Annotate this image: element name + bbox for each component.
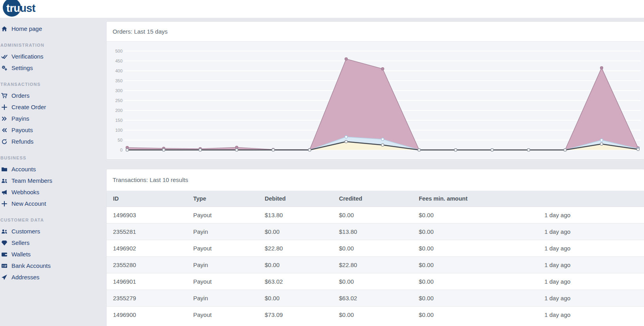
sidebar-item-team-members[interactable]: Team Members: [0, 175, 102, 186]
cell-type: Payout: [193, 245, 265, 252]
chart-point[interactable]: [126, 149, 129, 152]
cell-id: 1496903: [113, 212, 193, 218]
cell-age: 1 day ago: [544, 278, 644, 285]
orders-chart-region[interactable]: 050100150200250300350400450500: [107, 42, 644, 159]
sidebar-item-label: Verifications: [11, 53, 43, 60]
sidebar-item-settings[interactable]: Settings: [0, 62, 102, 74]
cell-fees: $0.00: [419, 212, 544, 218]
sidebar-item-payins[interactable]: Payins: [0, 113, 102, 124]
cell-id: 2355281: [113, 228, 193, 235]
angles-left-icon: [0, 127, 8, 133]
header-cell-type: Type: [193, 195, 265, 202]
sidebar-item-label: Addresses: [11, 274, 40, 281]
sidebar-section-administration: ADMINISTRATION: [0, 39, 102, 51]
sidebar-item-label: Home page: [11, 25, 42, 32]
chart-point[interactable]: [454, 149, 457, 152]
brand-logo[interactable]: truust: [3, 0, 58, 18]
chart-point[interactable]: [527, 149, 530, 152]
transactions-card: Transactions: Last 10 results IDTypeDebi…: [107, 169, 644, 326]
cell-debited: $22.80: [265, 245, 339, 252]
y-axis-tick-label: 300: [115, 88, 122, 93]
header-cell-fees-min-amount: Fees min. amount: [419, 195, 544, 202]
chart-point[interactable]: [272, 149, 275, 152]
table-row[interactable]: 2355280Payin$0.00$22.80$0.001 day ago: [107, 256, 644, 273]
table-row[interactable]: 1496902Payout$22.80$0.00$0.001 day ago: [107, 240, 644, 256]
y-axis-tick-label: 400: [115, 68, 122, 73]
paper-plane-icon: [0, 274, 8, 281]
table-row[interactable]: 1496903Payout$13.80$0.00$0.001 day ago: [107, 207, 644, 223]
sidebar: Home pageADMINISTRATIONVerificationsSett…: [0, 18, 102, 326]
chart-point[interactable]: [199, 149, 201, 152]
y-axis-tick-label: 150: [115, 118, 122, 123]
orders-card: Orders: Last 15 days 0501001502002503003…: [107, 22, 644, 159]
cell-fees: $0.00: [419, 311, 544, 318]
chart-point[interactable]: [381, 68, 384, 70]
sidebar-item-accounts[interactable]: Accounts: [0, 163, 102, 175]
y-axis-tick-label: 100: [115, 128, 122, 133]
chart-point[interactable]: [491, 149, 493, 152]
orders-chart[interactable]: 050100150200250300350400450500: [107, 42, 644, 159]
cell-id: 1496900: [113, 311, 193, 318]
cell-type: Payin: [193, 228, 265, 235]
gem-icon: [0, 240, 8, 246]
sidebar-item-create-order[interactable]: Create Order: [0, 101, 102, 113]
chart-point[interactable]: [564, 149, 567, 152]
table-row[interactable]: 2355281Payin$0.00$13.80$0.001 day ago: [107, 223, 644, 240]
brand-logo-text: truust: [6, 2, 36, 15]
chart-point[interactable]: [308, 149, 311, 152]
table-row[interactable]: 1496900Payout$73.09$0.00$0.001 day ago: [107, 306, 644, 323]
sidebar-item-wallets[interactable]: Wallets: [0, 248, 102, 260]
sidebar-item-refunds[interactable]: Refunds: [0, 136, 102, 147]
chart-point[interactable]: [637, 148, 640, 151]
sidebar-item-new-account[interactable]: New Account: [0, 198, 102, 209]
sidebar-item-label: Wallets: [11, 251, 31, 258]
chart-point[interactable]: [162, 149, 165, 152]
cell-type: Payout: [193, 311, 265, 318]
cell-credited: $0.00: [339, 311, 419, 318]
sidebar-item-addresses[interactable]: Addresses: [0, 271, 102, 283]
cell-debited: $63.02: [265, 278, 339, 285]
sidebar-item-customers[interactable]: Customers: [0, 226, 102, 237]
table-row[interactable]: 1496901Payout$63.02$0.00$0.001 day ago: [107, 273, 644, 290]
plus-icon: [0, 104, 8, 110]
sidebar-item-label: Payins: [11, 115, 29, 122]
sidebar-item-label: Orders: [11, 92, 30, 99]
series-pink: [126, 58, 640, 152]
chart-point[interactable]: [381, 144, 384, 146]
sidebar-item-bank-accounts[interactable]: Bank Accounts: [0, 260, 102, 271]
sidebar-item-label: Settings: [11, 64, 33, 71]
chart-point[interactable]: [345, 136, 348, 138]
table-row[interactable]: 2355279Payin$0.00$63.02$0.001 day ago: [107, 290, 644, 306]
sidebar-item-payouts[interactable]: Payouts: [0, 124, 102, 136]
chart-point[interactable]: [600, 139, 603, 142]
cell-type: Payout: [193, 212, 265, 218]
sidebar-item-label: Team Members: [11, 177, 52, 184]
orders-card-title: Orders: Last 15 days: [107, 22, 644, 42]
main-content: Orders: Last 15 days 0501001502002503003…: [107, 18, 644, 326]
chart-point[interactable]: [235, 149, 238, 152]
sidebar-item-label: Sellers: [11, 239, 30, 246]
chart-point[interactable]: [345, 58, 348, 61]
cell-type: Payin: [193, 262, 265, 268]
sidebar-item-orders[interactable]: Orders: [0, 90, 102, 101]
chart-point[interactable]: [235, 146, 238, 149]
cell-debited: $13.80: [265, 212, 339, 218]
sidebar-item-sellers[interactable]: Sellers: [0, 237, 102, 248]
chart-point[interactable]: [600, 66, 603, 69]
id-card-icon: [0, 263, 8, 269]
cell-id: 2355280: [113, 262, 193, 268]
sidebar-item-home-page[interactable]: Home page: [0, 23, 102, 34]
chart-point[interactable]: [418, 149, 421, 152]
cell-id: 1496902: [113, 245, 193, 252]
chart-point[interactable]: [600, 143, 603, 146]
home-icon: [0, 26, 8, 32]
sidebar-item-webhooks[interactable]: Webhooks: [0, 186, 102, 198]
chart-point[interactable]: [381, 138, 384, 141]
top-header: truust: [0, 0, 644, 18]
sidebar-item-verifications[interactable]: Verifications: [0, 51, 102, 62]
cell-age: 1 day ago: [544, 262, 644, 268]
cell-credited: $22.80: [339, 262, 419, 268]
sidebar-item-label: New Account: [11, 200, 46, 207]
cart-icon: [0, 93, 8, 99]
chart-point[interactable]: [345, 140, 348, 143]
